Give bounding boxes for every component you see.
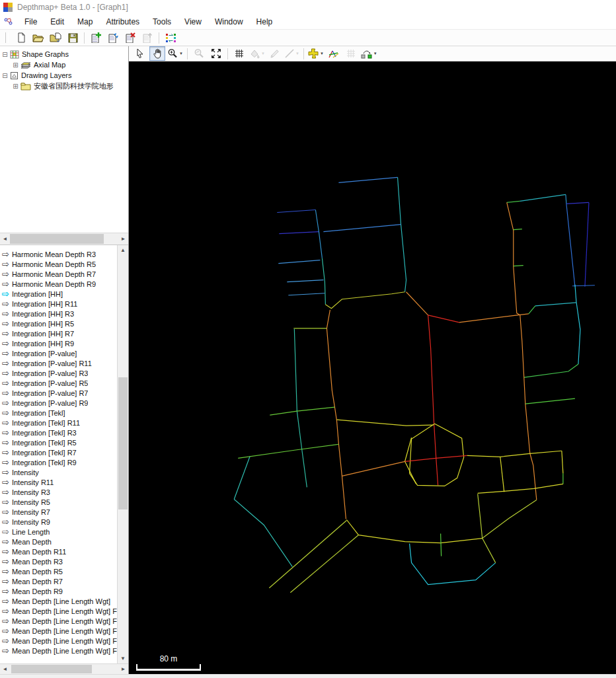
tree-node-axial-map[interactable]: ⊞Axial Map: [1, 59, 128, 70]
axial-line[interactable]: [327, 310, 346, 519]
menu-view[interactable]: View: [178, 15, 208, 28]
axial-line[interactable]: [529, 306, 535, 314]
axial-line[interactable]: [234, 499, 292, 566]
attribute-item[interactable]: ⇨Mean Depth [Line Length Wgt] F: [0, 636, 117, 646]
attribute-item[interactable]: ⇨Mean Depth: [0, 537, 117, 546]
menu-help[interactable]: Help: [250, 15, 280, 28]
attribute-item[interactable]: ⇨Harmonic Mean Depth R5: [0, 259, 117, 269]
scroll-left-icon[interactable]: ◄: [0, 666, 10, 672]
tree-hscrollbar[interactable]: ◄ ►: [0, 233, 128, 245]
attribute-item[interactable]: ⇨Integration [HH] R11: [0, 299, 117, 309]
attribute-item[interactable]: ⇨Integration [Tekl] R11: [0, 418, 117, 428]
attribute-item[interactable]: ⇨Integration [P-value] R7: [0, 388, 117, 398]
axial-map-tool-button[interactable]: ▼: [307, 46, 325, 61]
attribute-item[interactable]: ⇨Integration [P-value] R11: [0, 358, 117, 368]
axial-line[interactable]: [441, 534, 442, 556]
toolbar-grip[interactable]: [5, 32, 9, 43]
attribute-item[interactable]: ⇨Integration [P-value] R5: [0, 378, 117, 388]
scroll-down-icon[interactable]: ▼: [118, 654, 128, 663]
attribute-item[interactable]: ⇨Integration [Tekl] R9: [0, 457, 117, 467]
attribute-item[interactable]: ⇨Mean Depth [Line Length Wgt] F: [0, 616, 117, 626]
menu-tools[interactable]: Tools: [146, 15, 178, 28]
axial-line[interactable]: [288, 293, 325, 295]
axial-line[interactable]: [410, 424, 464, 486]
pan-tool-button[interactable]: [149, 46, 165, 61]
axial-line[interactable]: [572, 285, 595, 286]
axial-line[interactable]: [336, 420, 433, 426]
axial-line[interactable]: [322, 258, 325, 305]
axial-line[interactable]: [270, 407, 334, 415]
collapse-icon[interactable]: ⊟: [1, 51, 9, 58]
delete-map-button[interactable]: [122, 30, 138, 45]
attribute-item[interactable]: ⇨Mean Depth [Line Length Wgt] F: [0, 646, 117, 656]
axial-line[interactable]: [566, 204, 575, 286]
axial-line[interactable]: [338, 177, 397, 182]
tree-node-shape-graphs[interactable]: ⊟Shape Graphs: [1, 49, 128, 59]
attribute-item[interactable]: ⇨Mean Depth R11: [0, 546, 117, 556]
axial-line[interactable]: [507, 201, 520, 202]
import-button[interactable]: [48, 30, 63, 45]
menu-edit[interactable]: Edit: [44, 15, 71, 28]
attribute-item[interactable]: ⇨Integration [Tekl] R7: [0, 447, 117, 457]
fit-screen-button[interactable]: [208, 46, 224, 61]
axial-line[interactable]: [342, 461, 404, 476]
axial-line[interactable]: [346, 519, 358, 535]
axial-analysis-button[interactable]: [326, 46, 342, 61]
axial-line[interactable]: [358, 535, 482, 543]
attribute-item[interactable]: ⇨Mean Depth [Line Length Wgt] F: [0, 626, 117, 636]
menu-map[interactable]: Map: [71, 15, 99, 28]
tree-hscroll-track[interactable]: [10, 233, 118, 245]
axial-line[interactable]: [478, 484, 563, 493]
save-button[interactable]: [65, 30, 81, 45]
menu-attributes[interactable]: Attributes: [99, 15, 146, 28]
attribute-item[interactable]: ⇨Intensity R3: [0, 487, 117, 497]
axial-line[interactable]: [238, 444, 338, 458]
step-depth-button[interactable]: ▼: [360, 46, 378, 61]
axial-line[interactable]: [566, 194, 566, 204]
axial-line[interactable]: [514, 266, 523, 266]
axial-line[interactable]: [234, 456, 250, 499]
attribute-item[interactable]: ⇨Mean Depth [Line Length Wgt] F: [0, 606, 117, 616]
axial-line[interactable]: [500, 457, 504, 492]
axial-line[interactable]: [398, 177, 406, 291]
axial-line[interactable]: [323, 225, 401, 232]
attribute-item[interactable]: ⇨Intensity R5: [0, 497, 117, 507]
axial-line[interactable]: [525, 398, 575, 404]
attribute-item[interactable]: ⇨Integration [P-value] R9: [0, 398, 117, 408]
axial-line[interactable]: [524, 364, 578, 377]
axial-line[interactable]: [535, 303, 576, 306]
axial-line[interactable]: [315, 209, 322, 258]
attribute-item[interactable]: ⇨Line Length: [0, 527, 117, 537]
attribute-item[interactable]: ⇨Mean Depth [Line Length Wgt]: [0, 596, 117, 606]
attribute-item[interactable]: ⇨Integration [P-value]: [0, 348, 117, 358]
attribute-item[interactable]: ⇨Mean Depth R3: [0, 556, 117, 566]
attribute-item[interactable]: ⇨Integration [HH]: [0, 289, 117, 299]
axial-line[interactable]: [410, 544, 496, 585]
axial-line[interactable]: [428, 315, 459, 322]
zoom-in-tool-button[interactable]: ▼: [167, 46, 184, 61]
attribute-item[interactable]: ⇨Integration [HH] R7: [0, 328, 117, 338]
expand-icon[interactable]: ⊞: [12, 61, 19, 69]
axial-line[interactable]: [482, 500, 537, 538]
axial-line[interactable]: [278, 260, 320, 264]
attribute-item[interactable]: ⇨Intensity R9: [0, 517, 117, 527]
list-hscroll-track[interactable]: [10, 664, 118, 674]
menu-window[interactable]: Window: [208, 15, 250, 28]
axial-map-tool-button-dropdown-icon[interactable]: ▼: [320, 52, 324, 56]
join-button[interactable]: [231, 46, 247, 61]
tree-hscroll-thumb[interactable]: [10, 234, 104, 244]
axial-line[interactable]: [428, 315, 438, 486]
axial-line[interactable]: [575, 285, 580, 364]
attribute-item[interactable]: ⇨Integration [Tekl] R3: [0, 428, 117, 437]
attribute-item[interactable]: ⇨Intensity R7: [0, 507, 117, 517]
select-tool-button[interactable]: [132, 46, 148, 61]
tree-node-drawing-layers[interactable]: ⊟Drawing Layers: [1, 70, 128, 81]
attribute-item[interactable]: ⇨Integration [HH] R3: [0, 309, 117, 319]
axial-line[interactable]: [294, 329, 307, 488]
list-hscroll-thumb[interactable]: [11, 665, 92, 673]
axial-line[interactable]: [514, 229, 522, 230]
new-file-button[interactable]: [13, 30, 29, 45]
axial-line[interactable]: [482, 539, 496, 563]
attribute-item[interactable]: ⇨Intensity R11: [0, 477, 117, 487]
menu-file[interactable]: File: [18, 15, 44, 28]
